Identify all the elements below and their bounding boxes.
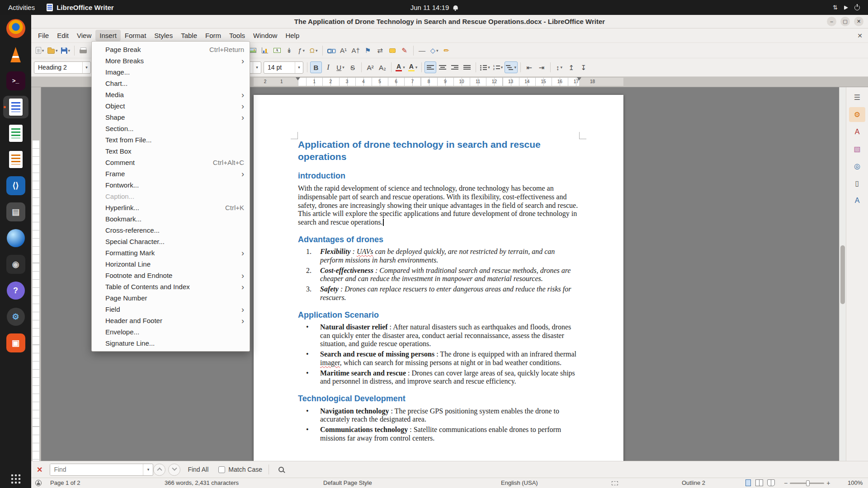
italic-button[interactable]: I	[322, 61, 334, 73]
menu-item-object[interactable]: Object›	[92, 100, 250, 112]
menu-item-horizontal-line[interactable]: Horizontal Line	[92, 258, 250, 270]
dock-item-libreoffice-writer[interactable]	[3, 96, 28, 118]
increase-paragraph-spacing-button[interactable]: ↥	[566, 61, 577, 73]
selection-mode-icon[interactable]	[612, 481, 618, 485]
document-page[interactable]: Application of drone technology in searc…	[254, 95, 623, 461]
menu-item-bookmark[interactable]: Bookmark...	[92, 213, 250, 225]
menu-table[interactable]: Table	[177, 30, 201, 41]
menu-insert[interactable]: Insert	[95, 30, 121, 41]
decrease-indent-button[interactable]: ⇤	[524, 61, 535, 73]
menu-item-text-from-file[interactable]: Text from File...	[92, 134, 250, 145]
increase-indent-button[interactable]: ⇥	[536, 61, 547, 73]
zoom-track[interactable]	[790, 483, 824, 484]
dock-item-vscode[interactable]: ⟨⟩	[3, 174, 28, 197]
zoom-in-icon[interactable]: +	[824, 479, 832, 487]
zoom-out-icon[interactable]: −	[782, 479, 790, 487]
highlight-color-button[interactable]: ▾	[407, 61, 419, 73]
zoom-slider[interactable]: − +	[782, 479, 832, 487]
menu-view[interactable]: View	[73, 30, 95, 41]
insert-page-break-button[interactable]: ↡	[283, 45, 295, 56]
dock-item-help[interactable]: ?	[3, 279, 28, 302]
dock-item-libreoffice-calc[interactable]	[3, 122, 28, 145]
insert-comment-button[interactable]	[387, 45, 398, 56]
align-left-button[interactable]	[425, 61, 436, 73]
print-button[interactable]	[77, 45, 89, 56]
scrollbar-thumb[interactable]	[840, 245, 845, 304]
find-next-button[interactable]	[168, 464, 180, 476]
find-all-button[interactable]: Find All	[188, 466, 208, 473]
match-case-option[interactable]: Match Case	[218, 466, 262, 473]
menu-item-cross-reference[interactable]: Cross-reference...	[92, 225, 250, 236]
dock-item-ubuntu-software[interactable]: ▣	[3, 332, 28, 354]
menu-form[interactable]: Form	[201, 30, 225, 41]
insert-bookmark-button[interactable]: ⚑	[362, 45, 374, 56]
menu-item-frame[interactable]: Frame›	[92, 168, 250, 179]
subscript-button[interactable]: A₂	[377, 61, 388, 73]
gallery-button[interactable]: ▧	[849, 141, 865, 156]
insert-field-button[interactable]: ƒ▾	[296, 45, 307, 56]
superscript-button[interactable]: A²	[364, 61, 376, 73]
unordered-list-button[interactable]: ▾	[479, 61, 491, 73]
left-indent-marker[interactable]	[296, 77, 300, 83]
menu-window[interactable]: Window	[249, 30, 281, 41]
system-tray[interactable]: ⇅	[833, 4, 868, 11]
menu-item-fontwork[interactable]: Fontwork...	[92, 179, 250, 191]
insert-cross-reference-button[interactable]: ⇄	[374, 45, 386, 56]
match-case-checkbox[interactable]	[218, 466, 225, 473]
ordered-list-button[interactable]: ▾	[492, 61, 505, 73]
page-count[interactable]: Page 1 of 2	[50, 479, 80, 486]
dock-item-libreoffice-impress[interactable]	[3, 148, 28, 171]
show-applications-button[interactable]	[10, 474, 21, 484]
horizontal-line-button[interactable]: —	[416, 45, 428, 56]
menu-item-formatting-mark[interactable]: Formatting Mark›	[92, 247, 250, 258]
single-page-view-button[interactable]	[745, 479, 751, 486]
basic-shapes-button[interactable]: ◇▾	[429, 45, 440, 56]
insert-endnote-button[interactable]: A†	[350, 45, 362, 56]
menu-item-page-break[interactable]: Page BreakCtrl+Return	[92, 44, 250, 55]
find-input[interactable]	[50, 464, 143, 475]
menu-item-table-of-contents-and-index[interactable]: Table of Contents and Index›	[92, 281, 250, 292]
accessibility-check-icon[interactable]	[35, 480, 42, 486]
show-draw-functions-button[interactable]: ✏	[441, 45, 453, 56]
vertical-ruler[interactable]	[31, 87, 41, 461]
styles-button[interactable]: A	[849, 124, 865, 139]
insert-hyperlink-button[interactable]	[326, 45, 337, 56]
close-document-button[interactable]: ✕	[857, 32, 868, 39]
book-view-button[interactable]	[767, 479, 775, 486]
menu-tools[interactable]: Tools	[225, 30, 249, 41]
insert-text-box-button[interactable]	[271, 45, 283, 56]
page-button[interactable]: ▯	[849, 176, 865, 191]
menu-item-section[interactable]: Section...	[92, 123, 250, 134]
decrease-paragraph-spacing-button[interactable]: ↧	[578, 61, 590, 73]
dock-item-screenshot-tool[interactable]: ◉	[3, 253, 28, 276]
activities-button[interactable]: Activities	[8, 4, 35, 11]
menu-item-envelope[interactable]: Envelope...	[92, 326, 250, 338]
menu-item-text-box[interactable]: Text Box	[92, 145, 250, 157]
menu-item-field[interactable]: Field›	[92, 304, 250, 315]
menu-styles[interactable]: Styles	[150, 30, 177, 41]
menu-file[interactable]: File	[34, 30, 53, 41]
dock-item-vlc[interactable]	[3, 43, 28, 66]
insert-footnote-button[interactable]: A¹	[338, 45, 349, 56]
menu-item-more-breaks[interactable]: More Breaks›	[92, 55, 250, 66]
paragraph-style-combo[interactable]: Heading 2▾	[34, 61, 91, 74]
menu-item-comment[interactable]: CommentCtrl+Alt+C	[92, 157, 250, 168]
find-previous-button[interactable]	[153, 464, 165, 476]
dock-item-chromium[interactable]	[3, 227, 28, 249]
clock-button[interactable]: Jun 11 14:19	[410, 0, 458, 15]
menu-item-image[interactable]: Image...	[92, 66, 250, 78]
menu-item-shape[interactable]: Shape›	[92, 112, 250, 123]
find-and-replace-dialog-button[interactable]	[275, 464, 287, 475]
outline-format-button[interactable]: ▾	[505, 61, 518, 73]
insert-chart-button[interactable]	[259, 45, 271, 56]
page-style[interactable]: Default Page Style	[323, 479, 372, 486]
menu-item-hyperlink[interactable]: Hyperlink...Ctrl+K	[92, 202, 250, 213]
sidebar-settings-button[interactable]: ☰	[849, 90, 865, 105]
menu-help[interactable]: Help	[281, 30, 303, 41]
save-button[interactable]: ▾	[60, 45, 72, 56]
multi-page-view-button[interactable]	[755, 479, 763, 486]
find-history-dropdown-icon[interactable]: ▾	[143, 464, 153, 475]
dock-item-files[interactable]: ▤	[3, 201, 28, 223]
font-size-combo[interactable]: 14 pt▾	[264, 61, 303, 74]
menu-edit[interactable]: Edit	[53, 30, 73, 41]
